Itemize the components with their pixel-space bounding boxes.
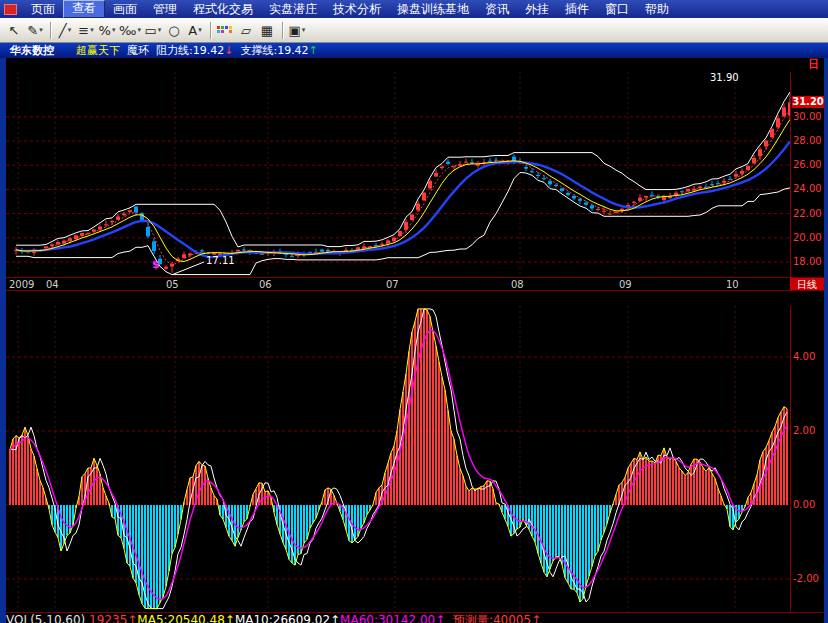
pointer-icon: ↖ — [9, 23, 20, 38]
menu-item-6[interactable]: 技术分析 — [325, 0, 389, 18]
menu-item-5[interactable]: 实盘潜庄 — [261, 0, 325, 18]
draw-line-icon: ✎ — [27, 23, 38, 38]
trend-line-tool[interactable]: ╱▾ — [55, 20, 75, 41]
bottom-seg-3: MA10:26609.02↑ — [235, 613, 340, 623]
bottom-seg-0: VOL(5,10,60) — [6, 613, 89, 623]
oscillator-canvas — [6, 306, 790, 612]
time-axis-label: 08 — [511, 279, 524, 290]
oscillator-chart[interactable] — [6, 306, 790, 612]
time-axis-label: 05 — [166, 279, 179, 290]
menu-items: 页面查看画面管理程式化交易实盘潜庄技术分析操盘训练基地资讯外挂插件窗口帮助 — [23, 0, 677, 18]
price-axis-label: 20.00 — [793, 233, 822, 243]
save-tool[interactable]: ▣▾ — [287, 20, 307, 41]
menu-item-2[interactable]: 画面 — [105, 0, 145, 18]
price-axis-label: 30.00 — [793, 112, 822, 122]
low-price-annotation: 17.11 — [206, 256, 235, 266]
high-price-annotation: 31.90 — [710, 73, 739, 83]
trend-line-icon: ╱ — [59, 23, 67, 38]
bottom-seg-5: 预测量:40005↑ — [445, 613, 541, 623]
save-icon: ▣ — [289, 23, 301, 38]
parallel-lines-tool[interactable]: ≡▾ — [76, 20, 96, 41]
time-axis[interactable]: 200904050607080910 — [6, 278, 790, 291]
menu-item-12[interactable]: 帮助 — [637, 0, 677, 18]
menu-item-11[interactable]: 窗口 — [597, 0, 637, 18]
stock-name: 华东数控 — [10, 43, 54, 58]
dropdown-arrow-icon[interactable]: ▾ — [198, 26, 202, 34]
price-axis-label: 18.00 — [793, 257, 822, 267]
bottom-seg-1: 19235↑ — [89, 613, 137, 623]
window-frame-left — [0, 58, 6, 623]
dropdown-arrow-icon[interactable]: ▾ — [137, 26, 141, 34]
time-axis-label: 2009 — [9, 279, 34, 290]
menu-item-7[interactable]: 操盘训练基地 — [389, 0, 477, 18]
panel2-header: CJDX超级短线 J:-1.48↑J1A:-1.48↑D:-2.29↑ — [6, 291, 824, 306]
oscillator-axis-label: 0.00 — [793, 500, 815, 510]
dropdown-arrow-icon[interactable]: ▾ — [302, 26, 306, 34]
time-axis-label: 09 — [619, 279, 632, 290]
price-axis-label: 22.00 — [793, 209, 822, 219]
period-day-badge[interactable]: 日 — [808, 58, 819, 72]
dropdown-arrow-icon[interactable]: ▾ — [39, 26, 43, 34]
indicator-header-bar: 华东数控 超赢天下 魔环 阻力线:19.42↓ 支撑线:19.42↑ — [0, 43, 828, 58]
price-axis-label: 26.00 — [793, 160, 822, 170]
app-icon — [4, 4, 17, 15]
main-price-axis: 31.20 30.0028.0026.0024.0022.0020.0018.0… — [790, 72, 824, 278]
text-icon: A — [188, 23, 197, 38]
bottom-seg-2: MA5:20540.48↑ — [137, 613, 235, 623]
price-axis-label: 24.00 — [793, 184, 822, 194]
menu-item-3[interactable]: 管理 — [145, 0, 185, 18]
indicator-seg-2: 阻力线:19.42 — [156, 44, 224, 57]
indicator-seg-5: ↑ — [309, 44, 318, 57]
text-tool[interactable]: A▾ — [185, 20, 205, 41]
percent-icon: % — [99, 23, 111, 38]
menu-item-9[interactable]: 外挂 — [517, 0, 557, 18]
rectangle-icon: ▭ — [145, 23, 157, 38]
oscillator-axis-label: 2.00 — [793, 426, 815, 436]
period-label[interactable]: 日线 — [790, 278, 824, 291]
quote-bar: 2009/05/04 开18.51↑高18.79↑低18.30↑收18.73↑量… — [6, 58, 824, 72]
dropdown-arrow-icon[interactable]: ▾ — [158, 26, 162, 34]
bottom-seg-4: MA60:30142.00↑ — [340, 613, 445, 623]
dropdown-arrow-icon[interactable]: ▾ — [68, 26, 72, 34]
dropdown-arrow-icon[interactable]: ▾ — [112, 26, 116, 34]
ellipse-tool[interactable]: ○ — [164, 20, 184, 41]
last-price-box: 31.20 — [792, 96, 824, 108]
main-chart[interactable]: 31.90 17.11 $ — [6, 72, 790, 278]
indicator-seg-3: ↓ — [224, 44, 240, 57]
menu-bar: 页面查看画面管理程式化交易实盘潜庄技术分析操盘训练基地资讯外挂插件窗口帮助 — [0, 0, 828, 18]
trade-marker: $ — [152, 260, 160, 270]
pattern-tool[interactable]: ▦ — [257, 20, 277, 41]
menu-item-8[interactable]: 资讯 — [477, 0, 517, 18]
time-axis-label: 07 — [386, 279, 399, 290]
color-grid-tool[interactable] — [215, 20, 235, 41]
main-chart-canvas — [6, 72, 790, 278]
indicator-seg-0: 超赢天下 — [76, 44, 127, 57]
toolbar-separator — [50, 22, 51, 39]
menu-item-4[interactable]: 程式化交易 — [185, 0, 261, 18]
indicator-seg-4: 支撑线:19.42 — [240, 44, 308, 57]
price-axis-label: 28.00 — [793, 136, 822, 146]
time-axis-label: 10 — [726, 279, 739, 290]
fibonacci-tool[interactable]: ‰▾ — [118, 20, 142, 41]
time-axis-label: 06 — [259, 279, 272, 290]
volume-status-bar: VOL(5,10,60) 19235↑MA5:20540.48↑MA10:266… — [6, 612, 824, 623]
dropdown-arrow-icon[interactable]: ▾ — [90, 26, 94, 34]
oscillator-axis: 4.002.000.00-2.00 — [790, 306, 824, 612]
draw-line-tool[interactable]: ✎▾ — [25, 20, 45, 41]
pointer-tool[interactable]: ↖ — [4, 20, 24, 41]
toolbar-separator — [282, 22, 283, 39]
toolbar: ↖✎▾╱▾≡▾%▾‰▾▭▾○A▾▱▦▣▾ — [0, 18, 828, 43]
rectangle-tool[interactable]: ▭▾ — [143, 20, 163, 41]
window-frame-right — [824, 58, 828, 623]
indicator-values: 超赢天下 魔环 阻力线:19.42↓ 支撑线:19.42↑ — [76, 43, 318, 58]
eraser-tool[interactable]: ▱ — [236, 20, 256, 41]
parallel-lines-icon: ≡ — [78, 23, 89, 38]
time-axis-label: 04 — [46, 279, 59, 290]
menu-item-1[interactable]: 查看 — [63, 0, 105, 18]
menu-item-0[interactable]: 页面 — [23, 0, 63, 18]
app-window: 页面查看画面管理程式化交易实盘潜庄技术分析操盘训练基地资讯外挂插件窗口帮助 ↖✎… — [0, 0, 828, 623]
fibonacci-icon: ‰ — [119, 23, 136, 38]
indicator-seg-1: 魔环 — [127, 44, 156, 57]
percent-tool[interactable]: %▾ — [97, 20, 117, 41]
menu-item-10[interactable]: 插件 — [557, 0, 597, 18]
